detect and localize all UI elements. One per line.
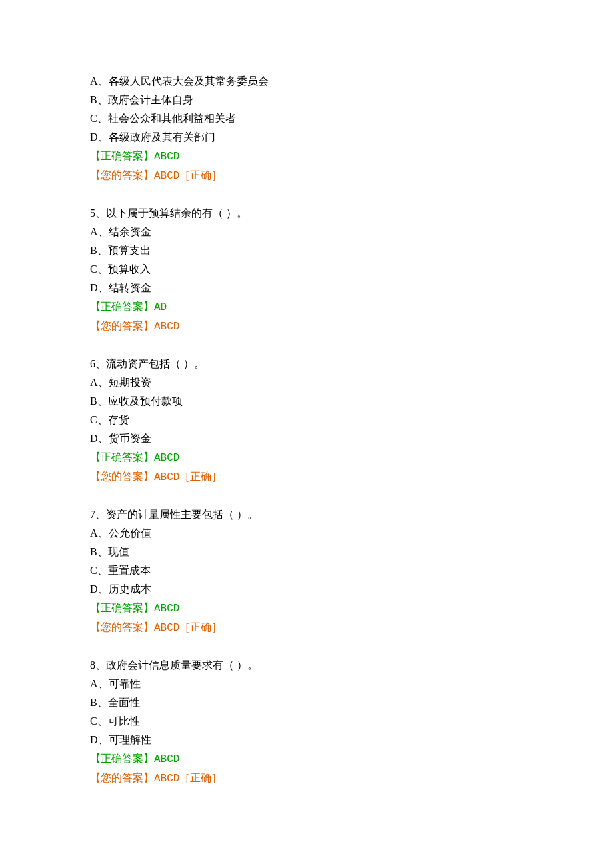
option-line: D、各级政府及其有关部门 [90,128,523,147]
your-answer-label: 【您的答案】 [90,471,154,482]
question-stem: 5、以下属于预算结余的有（ ）。 [90,204,523,223]
your-answer-value: ABCD [154,471,179,483]
your-answer-value: ABCD [154,170,179,182]
your-answer-line: 【您的答案】ABCD［正确］ [90,618,523,637]
question-block: 6、流动资产包括（ ）。A、短期投资B、应收及预付款项C、存货D、货币资金【正确… [90,355,523,487]
correct-answer-value: AD [154,301,167,313]
option-line: B、政府会计主体自身 [90,91,523,109]
your-answer-value: ABCD [154,622,179,634]
option-line: A、各级人民代表大会及其常务委员会 [90,72,523,91]
correct-answer-label: 【正确答案】 [90,753,154,764]
option-line: A、短期投资 [90,373,523,392]
your-answer-line: 【您的答案】ABCD［正确］ [90,769,523,788]
question-block: 7、资产的计量属性主要包括（ ）。A、公允价值B、现值C、重置成本D、历史成本【… [90,505,523,637]
correct-suffix: ［正确］ [179,622,222,634]
correct-suffix: ［正确］ [179,170,222,182]
your-answer-line: 【您的答案】ABCD［正确］ [90,467,523,487]
correct-answer-value: ABCD [154,151,179,163]
option-line: D、结转资金 [90,279,523,297]
correct-suffix: ［正确］ [179,471,222,483]
option-line: A、公允价值 [90,524,523,543]
option-line: A、结余资金 [90,223,523,241]
your-answer-value: ABCD [154,773,179,785]
your-answer-label: 【您的答案】 [90,621,154,633]
option-line: A、可靠性 [90,675,523,693]
correct-answer-line: 【正确答案】ABCD [90,147,523,166]
option-line: B、预算支出 [90,241,523,260]
option-line: D、货币资金 [90,429,523,448]
correct-answer-line: 【正确答案】ABCD [90,448,523,467]
option-line: D、可理解性 [90,731,523,749]
question-block: 8、政府会计信息质量要求有（ ）。A、可靠性B、全面性C、可比性D、可理解性【正… [90,656,523,788]
correct-answer-label: 【正确答案】 [90,301,154,312]
question-block: 5、以下属于预算结余的有（ ）。A、结余资金B、预算支出C、预算收入D、结转资金… [90,204,523,336]
correct-answer-line: 【正确答案】ABCD [90,599,523,618]
option-line: B、应收及预付款项 [90,392,523,411]
your-answer-label: 【您的答案】 [90,772,154,783]
page: A、各级人民代表大会及其常务委员会B、政府会计主体自身C、社会公众和其他利益相关… [0,0,613,868]
your-answer-line: 【您的答案】ABCD [90,317,523,336]
correct-answer-label: 【正确答案】 [90,150,154,161]
your-answer-label: 【您的答案】 [90,169,154,181]
option-line: B、全面性 [90,693,523,712]
option-line: C、预算收入 [90,260,523,279]
your-answer-line: 【您的答案】ABCD［正确］ [90,166,523,185]
option-line: C、重置成本 [90,561,523,580]
correct-answer-label: 【正确答案】 [90,602,154,613]
your-answer-value: ABCD [154,321,179,333]
correct-answer-value: ABCD [154,452,179,464]
question-stem: 6、流动资产包括（ ）。 [90,355,523,373]
correct-answer-line: 【正确答案】AD [90,297,523,317]
correct-answer-value: ABCD [154,603,179,615]
option-line: C、可比性 [90,712,523,731]
correct-suffix: ［正确］ [179,773,222,785]
option-line: C、社会公众和其他利益相关者 [90,109,523,128]
question-block: A、各级人民代表大会及其常务委员会B、政府会计主体自身C、社会公众和其他利益相关… [90,72,523,185]
your-answer-label: 【您的答案】 [90,320,154,331]
correct-answer-value: ABCD [154,753,179,765]
question-stem: 8、政府会计信息质量要求有（ ）。 [90,656,523,675]
correct-answer-line: 【正确答案】ABCD [90,749,523,769]
option-line: D、历史成本 [90,580,523,599]
question-stem: 7、资产的计量属性主要包括（ ）。 [90,505,523,524]
option-line: B、现值 [90,543,523,561]
option-line: C、存货 [90,411,523,429]
correct-answer-label: 【正确答案】 [90,451,154,463]
